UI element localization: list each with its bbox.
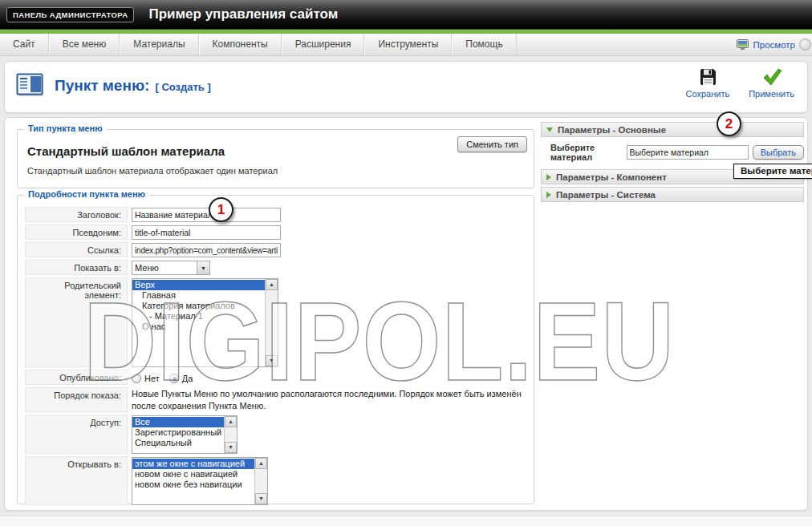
save-button[interactable]: Сохранить xyxy=(685,67,729,99)
alias-row: Псевдоним: xyxy=(25,225,534,240)
access-row: Доступ: ВсеЗарегистрированныйСпециальный… xyxy=(25,415,534,454)
order-row: Порядок показа: Новые Пункты Меню по умо… xyxy=(25,387,534,412)
callout-badge-2: 2 xyxy=(717,111,741,136)
type-section-legend: Тип пункта меню xyxy=(24,123,107,133)
access-label: Доступ: xyxy=(25,415,128,454)
footer-strip xyxy=(0,516,812,526)
listbox-option[interactable]: новом окне с навигацией xyxy=(132,469,254,479)
type-description: Стандартный шаблон материала отображает … xyxy=(27,166,534,176)
listbox-option[interactable]: Верх xyxy=(132,280,265,290)
save-floppy-icon xyxy=(698,67,717,87)
parent-label: Родительский элемент: xyxy=(25,277,128,367)
triangle-right-icon xyxy=(546,192,551,198)
listbox-option[interactable]: - Материал 1 xyxy=(132,311,265,322)
scroll-down-icon[interactable]: ▼ xyxy=(266,355,278,366)
menu-item-type-section: Тип пункта меню Стандартный шаблон матер… xyxy=(17,129,534,188)
open-in-row: Открывать в: этом же окне с навигациейно… xyxy=(25,456,534,505)
access-listbox[interactable]: ВсеЗарегистрированныйСпециальный ▲ ▼ xyxy=(132,415,238,454)
admin-topbar: ПАНЕЛЬ АДМИНИСТРАТОРА Пример управления … xyxy=(0,0,812,29)
show-in-select[interactable]: Меню ▼ xyxy=(132,261,210,275)
triangle-down-icon xyxy=(546,127,553,132)
main-content-panel: Тип пункта меню Стандартный шаблон матер… xyxy=(4,117,808,511)
page-header-panel: Пункт меню: [ Создать ] Сохранить xyxy=(4,61,808,113)
main-menubar: Сайт Все меню Материалы Компоненты Расши… xyxy=(0,34,812,56)
apply-check-icon xyxy=(761,67,782,87)
site-title: Пример управления сайтом xyxy=(148,6,338,22)
menu-item-tools[interactable]: Инструменты xyxy=(364,34,452,55)
link-row: Ссылка: xyxy=(25,242,534,257)
apply-button[interactable]: Применить xyxy=(749,67,794,99)
show-in-row: Показать в: Меню ▼ xyxy=(25,260,534,275)
listbox-scrollbar[interactable]: ▲ ▼ xyxy=(254,458,267,504)
params-component-title: Параметры - Компонент xyxy=(556,172,667,182)
order-label: Порядок показа: xyxy=(25,387,128,412)
apply-button-label: Применить xyxy=(749,89,794,99)
listbox-option[interactable]: Главная xyxy=(132,290,265,301)
chevron-down-icon[interactable]: ▼ xyxy=(197,261,209,274)
select-material-label: Выберите материал xyxy=(550,143,623,162)
preview-monitor-icon xyxy=(737,39,749,50)
title-input[interactable] xyxy=(132,208,281,222)
scroll-up-icon[interactable]: ▲ xyxy=(266,279,278,290)
link-label: Ссылка: xyxy=(25,242,128,257)
menu-item-page-icon xyxy=(16,73,45,98)
listbox-scrollbar[interactable]: ▲ ▼ xyxy=(224,416,237,453)
published-yes-label: Да xyxy=(182,374,193,383)
page-title: Пункт меню: xyxy=(55,77,149,95)
menu-item-materials[interactable]: Материалы xyxy=(120,34,198,55)
published-no-label: Нет xyxy=(144,374,160,383)
toolbar: Сохранить Применить xyxy=(685,67,794,99)
listbox-option[interactable]: О нас xyxy=(132,322,265,332)
admin-panel-badge: ПАНЕЛЬ АДМИНИСТРАТОРА xyxy=(6,7,134,22)
menu-item-components[interactable]: Компоненты xyxy=(199,34,282,55)
select-material-input[interactable] xyxy=(627,145,749,160)
listbox-option[interactable]: Категория материалов xyxy=(132,301,265,311)
title-row: Заголовок: xyxy=(25,207,534,222)
help-icon[interactable] xyxy=(799,38,811,51)
published-row: Опубликовано: Нет Да xyxy=(25,370,534,385)
title-label: Заголовок: xyxy=(25,207,128,222)
select-material-button[interactable]: Выбрать xyxy=(753,145,804,160)
change-type-button[interactable]: Сменить тип xyxy=(457,136,527,152)
params-basic-header[interactable]: Параметры - Основные xyxy=(541,122,804,137)
details-section-legend: Подробности пункта меню xyxy=(24,189,149,199)
menu-item-site[interactable]: Сайт xyxy=(0,34,49,55)
parent-listbox[interactable]: ВерхГлавнаяКатегория материалов- Материа… xyxy=(132,278,278,367)
listbox-option[interactable]: новом окне без навигации xyxy=(132,479,254,490)
published-no-radio[interactable] xyxy=(132,374,141,383)
params-system-title: Параметры - Система xyxy=(556,190,656,200)
listbox-option[interactable]: Специальный xyxy=(132,438,224,448)
published-label: Опубликовано: xyxy=(25,370,128,385)
listbox-option[interactable]: Зарегистрированный xyxy=(132,427,224,438)
menu-item-extensions[interactable]: Расширения xyxy=(282,34,365,55)
order-note: Новые Пункты Меню по умолчанию располага… xyxy=(132,388,523,412)
scroll-down-icon[interactable]: ▼ xyxy=(255,493,267,504)
show-in-label: Показать в: xyxy=(25,260,128,275)
published-yes-radio[interactable] xyxy=(169,374,179,383)
open-in-listbox[interactable]: этом же окне с навигациейновом окне с на… xyxy=(132,457,268,505)
triangle-right-icon xyxy=(546,174,551,180)
parent-row: Родительский элемент: ВерхГлавнаяКатегор… xyxy=(25,277,534,367)
select-material-tooltip: Выберите материал xyxy=(733,164,812,179)
menu-item-help[interactable]: Помощь xyxy=(452,34,516,55)
page-subtitle: [ Создать ] xyxy=(155,78,210,93)
listbox-option[interactable]: этом же окне с навигацией xyxy=(132,459,254,469)
menu-item-details-section: Подробности пункта меню Заголовок: Псевд… xyxy=(17,195,534,504)
link-input[interactable] xyxy=(132,243,281,257)
menu-item-all-menus[interactable]: Все меню xyxy=(49,34,120,55)
listbox-option[interactable]: Все xyxy=(132,417,224,427)
callout-badge-1: 1 xyxy=(209,197,233,222)
open-in-label: Открывать в: xyxy=(25,456,128,505)
alias-label: Псевдоним: xyxy=(25,225,128,240)
save-button-label: Сохранить xyxy=(685,89,729,99)
alias-input[interactable] xyxy=(132,225,281,240)
preview-link[interactable]: Просмотр xyxy=(753,40,795,50)
scroll-up-icon[interactable]: ▲ xyxy=(225,416,237,427)
scroll-down-icon[interactable]: ▼ xyxy=(225,442,237,453)
scroll-up-icon[interactable]: ▲ xyxy=(255,458,267,469)
params-basic-title: Параметры - Основные xyxy=(558,125,666,135)
params-system-header[interactable]: Параметры - Система xyxy=(541,187,804,202)
listbox-scrollbar[interactable]: ▲ ▼ xyxy=(265,279,278,366)
show-in-selected-value: Меню xyxy=(132,261,197,274)
